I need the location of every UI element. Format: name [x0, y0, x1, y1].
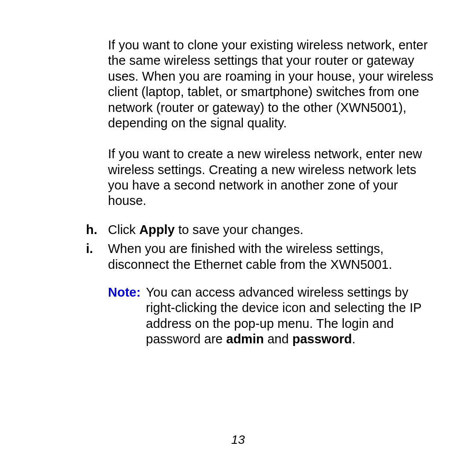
paragraph-clone: If you want to clone your existing wirel…	[108, 37, 434, 131]
note-password: password	[292, 332, 352, 346]
note-admin: admin	[226, 332, 264, 346]
paragraph-new-network: If you want to create a new wireless net…	[108, 146, 434, 209]
note-post: .	[352, 332, 356, 346]
list-marker-h: h.	[86, 222, 108, 238]
note-text: You can access advanced wireless setting…	[146, 285, 434, 347]
list-item-h: h. Click Apply to save your changes.	[86, 222, 434, 238]
list-text-h: Click Apply to save your changes.	[108, 222, 434, 238]
text-pre: Click	[108, 223, 139, 237]
list-text-i: When you are finished with the wireless …	[108, 241, 434, 272]
note-label: Note:	[108, 285, 141, 347]
text-post: to save your changes.	[175, 223, 303, 237]
note-mid: and	[264, 332, 293, 346]
list-item-i: i. When you are finished with the wirele…	[86, 241, 434, 272]
note-block: Note: You can access advanced wireless s…	[108, 285, 434, 347]
apply-bold: Apply	[139, 223, 175, 237]
list-marker-i: i.	[86, 241, 108, 272]
page-number: 13	[0, 432, 476, 447]
